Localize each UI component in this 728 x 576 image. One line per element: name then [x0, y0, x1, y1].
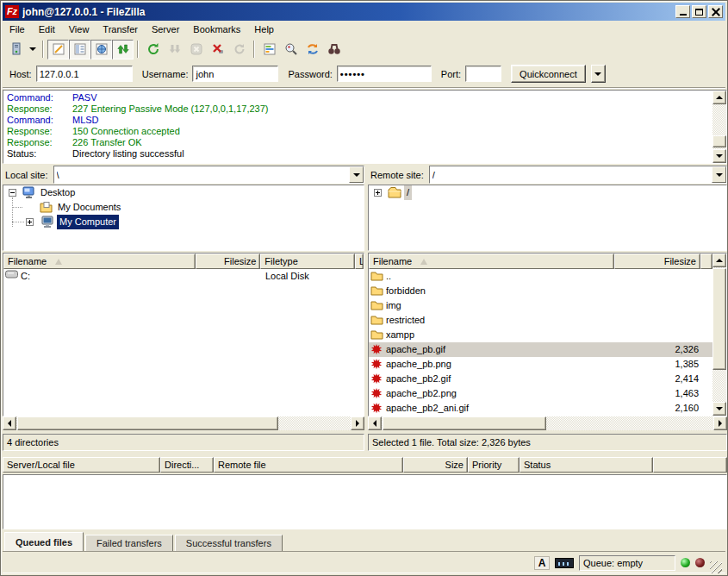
tree-item-desktop[interactable]: Desktop	[3, 185, 364, 200]
folder-row-restricted[interactable]: restricted	[369, 313, 712, 328]
local-site-dropdown-button[interactable]	[349, 166, 364, 183]
column-header-filename[interactable]: Filename	[369, 254, 614, 269]
scroll-left-button[interactable]	[3, 416, 16, 430]
find-files-button[interactable]	[323, 40, 345, 59]
scroll-up-button[interactable]	[712, 254, 726, 267]
collapse-icon[interactable]	[9, 189, 16, 197]
tree-item-my-documents[interactable]: My Documents	[3, 200, 364, 215]
toggle-transfer-queue-button[interactable]	[112, 40, 134, 59]
scroll-down-button[interactable]	[712, 402, 726, 416]
host-input[interactable]	[36, 66, 133, 82]
my-computer-icon	[41, 216, 54, 229]
scroll-down-button[interactable]	[712, 149, 726, 163]
scrollbar-thumb[interactable]	[712, 135, 726, 147]
folder-row-forbidden[interactable]: forbidden	[369, 284, 712, 298]
file-row[interactable]: apache_pb2.gif 2,414	[369, 372, 712, 386]
process-queue-button[interactable]	[164, 40, 185, 59]
folder-row-parent[interactable]: ..	[369, 269, 712, 284]
column-header-lastmodified[interactable]: L	[355, 254, 364, 269]
menu-edit[interactable]: Edit	[32, 22, 62, 36]
log-line: Response:150 Connection accepted	[7, 126, 712, 137]
remote-horizontal-scrollbar[interactable]	[368, 416, 727, 430]
column-header-filename[interactable]: Filename	[3, 254, 196, 269]
toggle-message-log-button[interactable]	[47, 40, 69, 59]
column-header-size[interactable]: Size	[403, 457, 468, 473]
quickconnect-button[interactable]: Quickconnect	[511, 65, 586, 83]
file-row-c-drive[interactable]: C: Local Disk	[3, 269, 364, 284]
toggle-remote-tree-button[interactable]	[90, 40, 112, 59]
synchronized-browsing-button[interactable]	[302, 40, 323, 59]
menu-transfer[interactable]: Transfer	[96, 22, 145, 36]
directory-filters-button[interactable]	[258, 40, 280, 59]
column-header-filesize[interactable]: Filesize	[196, 254, 260, 269]
remote-site-dropdown-button[interactable]	[712, 166, 726, 183]
password-input[interactable]	[337, 66, 432, 82]
port-input[interactable]	[465, 66, 501, 82]
scrollbar-thumb[interactable]	[17, 416, 278, 430]
remote-site-row: Remote site:	[368, 166, 727, 184]
remote-site-input[interactable]	[430, 166, 712, 183]
column-header-filesize[interactable]: Filesize	[614, 254, 700, 269]
scrollbar-thumb[interactable]	[712, 268, 726, 370]
username-input[interactable]	[192, 66, 278, 82]
quickconnect-dropdown-button[interactable]	[591, 65, 606, 83]
expand-icon[interactable]	[374, 189, 382, 197]
transfer-type-icon[interactable]: A	[534, 556, 550, 570]
refresh-button[interactable]	[142, 40, 164, 59]
tree-item-my-computer[interactable]: My Computer	[3, 215, 364, 229]
scroll-right-button[interactable]	[713, 416, 727, 430]
file-row[interactable]: apache_pb2_ani.gif 2,160	[369, 401, 712, 416]
expand-icon[interactable]	[26, 218, 34, 226]
column-header-priority[interactable]: Priority	[468, 457, 520, 473]
menu-view[interactable]: View	[62, 22, 96, 36]
scrollbar-thumb[interactable]	[383, 416, 546, 430]
cancel-operation-button[interactable]	[185, 40, 207, 59]
file-row[interactable]: apache_pb.png 1,385	[369, 357, 712, 372]
column-header-filetype[interactable]: Filetype	[260, 254, 355, 269]
tab-queued-files[interactable]: Queued files	[4, 532, 84, 551]
site-manager-button[interactable]	[5, 40, 27, 59]
minimize-button[interactable]	[675, 5, 690, 18]
column-header-server-local-file[interactable]: Server/Local file	[3, 457, 160, 473]
local-site-input[interactable]	[54, 166, 349, 183]
column-header-filler	[700, 254, 712, 269]
chevron-down-icon	[716, 173, 723, 177]
image-file-icon	[370, 343, 383, 355]
menu-bookmarks[interactable]: Bookmarks	[186, 22, 247, 36]
speed-limits-icon[interactable]	[555, 558, 574, 568]
file-row-selected[interactable]: apache_pb.gif 2,326	[369, 342, 712, 357]
maximize-button[interactable]	[692, 5, 706, 18]
filter-icon	[263, 42, 277, 56]
log-vertical-scrollbar[interactable]	[712, 91, 726, 163]
disconnect-button[interactable]	[207, 40, 228, 59]
reconnect-button[interactable]	[228, 40, 250, 59]
toggle-local-tree-button[interactable]	[69, 40, 90, 59]
resize-grip[interactable]	[710, 561, 722, 573]
local-site-combobox[interactable]	[53, 166, 364, 184]
folder-row-xampp[interactable]: xampp	[369, 328, 712, 342]
close-button[interactable]	[708, 5, 723, 18]
remote-site-combobox[interactable]	[429, 166, 727, 184]
titlebar[interactable]: Fz john@127.0.0.1 - FileZilla	[3, 3, 725, 21]
menu-help[interactable]: Help	[247, 22, 281, 36]
tree-item-root[interactable]: /	[369, 185, 726, 200]
compare-directories-button[interactable]	[280, 40, 302, 59]
column-header-direction[interactable]: Directi...	[160, 457, 214, 473]
remote-vertical-scrollbar[interactable]	[712, 254, 726, 416]
folder-row-img[interactable]: img	[369, 298, 712, 313]
tab-failed-transfers[interactable]: Failed transfers	[85, 535, 173, 551]
site-manager-dropdown-button[interactable]	[27, 40, 39, 59]
menu-file[interactable]: File	[3, 22, 32, 36]
scroll-left-button[interactable]	[368, 416, 382, 430]
folder-icon	[370, 329, 383, 340]
scroll-right-button[interactable]	[351, 416, 364, 430]
scroll-up-button[interactable]	[712, 91, 726, 104]
menu-server[interactable]: Server	[145, 22, 186, 36]
status-bar: A Queue: empty	[3, 551, 725, 573]
tab-successful-transfers[interactable]: Successful transfers	[175, 535, 283, 551]
local-horizontal-scrollbar[interactable]	[3, 416, 364, 430]
message-log-icon	[52, 42, 65, 56]
column-header-status[interactable]: Status	[520, 457, 653, 473]
file-row[interactable]: apache_pb2.png 1,463	[369, 386, 712, 401]
column-header-remote-file[interactable]: Remote file	[214, 457, 403, 473]
